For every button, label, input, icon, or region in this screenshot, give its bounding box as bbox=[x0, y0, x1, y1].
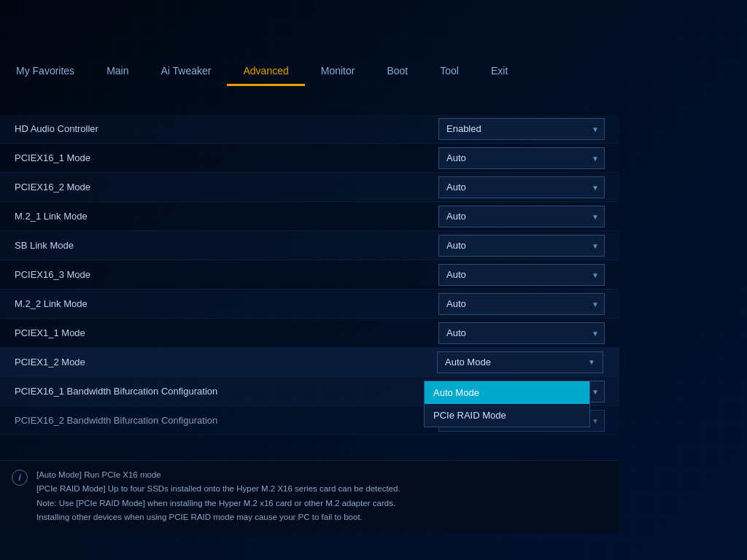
setting-row-m2-1-link: M.2_1 Link Mode Auto ▼ bbox=[0, 202, 619, 231]
info-line-4: Installing other devices when using PCIE… bbox=[36, 510, 605, 525]
dropdown-arrow-icon: ▼ bbox=[588, 358, 595, 366]
pciex16-2-label: PCIEX16_2 Mode bbox=[15, 182, 438, 192]
pciex16-3-select-wrapper: Auto ▼ bbox=[438, 264, 605, 286]
nav-main[interactable]: Main bbox=[90, 57, 144, 86]
pciex16-2-select-wrapper: Auto ▼ bbox=[438, 176, 605, 198]
pciex16-3-select[interactable]: Auto bbox=[438, 264, 605, 286]
info-icon: i bbox=[12, 470, 28, 486]
sb-link-select-wrapper: Auto ▼ bbox=[438, 235, 605, 257]
pciex16-2-select[interactable]: Auto bbox=[438, 176, 605, 198]
pciex16-1-select[interactable]: Auto bbox=[438, 147, 605, 169]
pciex16-3-label: PCIEX16_3 Mode bbox=[15, 269, 438, 280]
setting-row-m2-2-link: M.2_2 Link Mode Auto ▼ bbox=[0, 289, 619, 319]
nav-tool[interactable]: Tool bbox=[424, 57, 475, 86]
pciex1-1-select-wrapper: Auto ▼ bbox=[438, 322, 605, 344]
m2-2-link-label: M.2_2 Link Mode bbox=[15, 298, 438, 309]
setting-row-hd-audio: HD Audio Controller Enabled Disabled ▼ bbox=[0, 114, 619, 144]
pciex16-2-bw-label: PCIEX16_2 Bandwidth Bifurcation Configur… bbox=[15, 415, 438, 426]
nav-ai-tweaker[interactable]: Ai Tweaker bbox=[144, 57, 227, 86]
pciex1-1-select[interactable]: Auto bbox=[438, 322, 605, 344]
hd-audio-label: HD Audio Controller bbox=[15, 123, 438, 134]
m2-2-link-select[interactable]: Auto bbox=[438, 293, 605, 315]
sb-link-label: SB Link Mode bbox=[15, 240, 438, 251]
setting-row-pciex1-1: PCIEX1_1 Mode Auto ▼ bbox=[0, 319, 619, 348]
nav-boot[interactable]: Boot bbox=[371, 57, 424, 86]
nav-exit[interactable]: Exit bbox=[475, 57, 524, 86]
pciex1-2-label: PCIEX1_2 Mode bbox=[15, 357, 437, 368]
pciex1-2-selected-value: Auto Mode bbox=[445, 357, 491, 368]
pciex1-2-select-display[interactable]: Auto Mode ▼ bbox=[437, 351, 603, 373]
m2-1-link-select-wrapper: Auto ▼ bbox=[438, 206, 605, 228]
main-panel: ← Advanced\Onboard Devices Configuration… bbox=[0, 86, 619, 532]
setting-row-pciex16-3: PCIEX16_3 Mode Auto ▼ bbox=[0, 260, 619, 289]
settings-list: HD Audio Controller Enabled Disabled ▼ P… bbox=[0, 114, 619, 460]
dropdown-option-auto-mode[interactable]: Auto Mode bbox=[425, 381, 589, 404]
pciex16-1-select-wrapper: Auto ▼ bbox=[438, 147, 605, 169]
pciex1-2-select-wrapper: Auto Mode ▼ Auto Mode PCIe RAID Mode bbox=[437, 351, 605, 373]
pciex16-1-bw-label: PCIEX16_1 Bandwidth Bifurcation Configur… bbox=[15, 386, 438, 397]
setting-row-pciex16-1: PCIEX16_1 Mode Auto ▼ bbox=[0, 144, 619, 173]
pciex1-1-label: PCIEX1_1 Mode bbox=[15, 327, 438, 338]
m2-1-link-select[interactable]: Auto bbox=[438, 206, 605, 228]
nav-advanced[interactable]: Advanced bbox=[227, 57, 304, 86]
m2-2-link-select-wrapper: Auto ▼ bbox=[438, 293, 605, 315]
info-line-2: [PCIe RAID Mode] Up to four SSDs install… bbox=[36, 482, 605, 497]
setting-row-pciex1-2: PCIEX1_2 Mode Auto Mode ▼ Auto Mode PCIe… bbox=[0, 348, 619, 377]
dropdown-option-pcie-raid[interactable]: PCIe RAID Mode bbox=[425, 404, 589, 427]
nav-monitor[interactable]: Monitor bbox=[305, 57, 371, 86]
info-line-3: Note: Use [PCIe RAID Mode] when installi… bbox=[36, 497, 605, 511]
info-line-1: [Auto Mode] Run PCIe X16 mode bbox=[36, 468, 605, 483]
m2-1-link-label: M.2_1 Link Mode bbox=[15, 211, 438, 222]
hd-audio-select-wrapper: Enabled Disabled ▼ bbox=[438, 118, 605, 140]
pciex16-1-label: PCIEX16_1 Mode bbox=[15, 152, 438, 163]
setting-row-pciex16-2: PCIEX16_2 Mode Auto ▼ bbox=[0, 173, 619, 202]
hd-audio-select[interactable]: Enabled Disabled bbox=[438, 118, 605, 140]
pciex1-2-dropdown-popup: Auto Mode PCIe RAID Mode bbox=[424, 381, 590, 427]
sb-link-select[interactable]: Auto bbox=[438, 235, 605, 257]
nav-my-favorites[interactable]: My Favorites bbox=[0, 57, 90, 86]
setting-row-sb-link: SB Link Mode Auto ▼ bbox=[0, 231, 619, 260]
info-box: i [Auto Mode] Run PCIe X16 mode [PCIe RA… bbox=[0, 460, 619, 532]
